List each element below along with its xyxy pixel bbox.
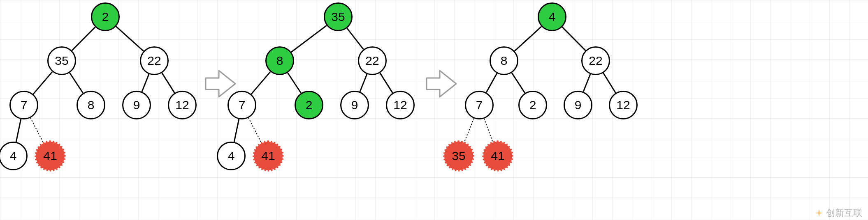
tree-edge bbox=[347, 28, 363, 50]
tree-node: 4 bbox=[538, 2, 566, 31]
tree-node: 35 bbox=[324, 2, 353, 31]
tree-edge bbox=[248, 118, 262, 143]
tree-node: 41 bbox=[254, 142, 283, 170]
tree-node: 22 bbox=[140, 46, 169, 75]
tree-node: 7 bbox=[465, 91, 494, 119]
tree-node: 2 bbox=[518, 91, 547, 119]
tree-node: 22 bbox=[358, 46, 387, 75]
tree-edge bbox=[562, 27, 586, 50]
watermark-text: 创新互联 bbox=[826, 207, 862, 219]
tree-edge bbox=[251, 72, 271, 94]
tree-node: 9 bbox=[564, 91, 592, 119]
tree-edge bbox=[512, 73, 525, 93]
tree-node: 12 bbox=[386, 91, 415, 119]
tree-edge bbox=[603, 73, 615, 93]
watermark: 创新互联 bbox=[815, 207, 862, 219]
tree-edge bbox=[360, 74, 367, 92]
tree-node: 22 bbox=[581, 46, 610, 75]
tree-node: 41 bbox=[483, 142, 512, 170]
tree-edge bbox=[515, 27, 541, 51]
tree-edge bbox=[484, 119, 493, 142]
tree-edge bbox=[16, 119, 21, 142]
tree-node: 12 bbox=[609, 91, 638, 119]
tree-node: 8 bbox=[265, 46, 294, 75]
tree-node: 7 bbox=[9, 91, 38, 119]
tree-edge bbox=[486, 73, 497, 93]
tree-node: 12 bbox=[168, 91, 197, 119]
tree-node: 8 bbox=[77, 91, 105, 119]
step-arrow-icon bbox=[205, 68, 237, 101]
tree-edge bbox=[162, 73, 175, 93]
tree-edge bbox=[116, 26, 144, 51]
spark-icon bbox=[815, 209, 824, 218]
tree-node: 2 bbox=[295, 91, 323, 119]
tree-node: 9 bbox=[122, 91, 151, 119]
tree-edge bbox=[583, 74, 590, 92]
tree-node: 4 bbox=[217, 142, 246, 170]
tree-node: 9 bbox=[340, 91, 369, 119]
tree-node: 2 bbox=[91, 2, 120, 31]
tree-node: 35 bbox=[444, 142, 473, 170]
tree-edge bbox=[142, 74, 149, 92]
tree-edge bbox=[70, 73, 83, 93]
tree-edge bbox=[288, 73, 301, 93]
tree-edge bbox=[291, 25, 327, 52]
tree-edge bbox=[234, 119, 239, 142]
tree-edge bbox=[464, 118, 474, 142]
tree-node: 8 bbox=[490, 46, 518, 75]
tree-node: 41 bbox=[36, 142, 65, 170]
tree-edge bbox=[72, 27, 95, 50]
tree-node: 35 bbox=[47, 46, 76, 75]
tree-node: 4 bbox=[0, 142, 28, 170]
tree-edge bbox=[380, 73, 393, 93]
tree-edge bbox=[30, 118, 44, 143]
tree-edge bbox=[33, 72, 53, 94]
step-arrow-icon bbox=[426, 68, 458, 101]
